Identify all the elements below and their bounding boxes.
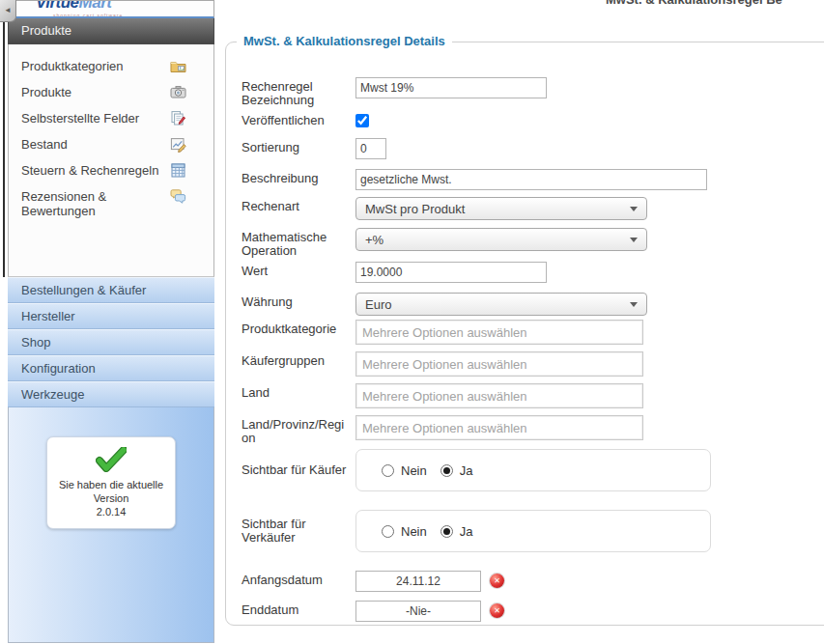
field-row-ordering: Sortierung [242, 138, 824, 159]
rule-name-input[interactable] [355, 77, 547, 98]
sidebar-item-rezensionen-bewertungen[interactable]: Rezensionen & Bewertungen [9, 183, 213, 224]
reviews-icon [170, 188, 186, 205]
stock-chart-icon [170, 136, 186, 153]
version-text-line1: Sie haben die aktuelle [53, 478, 169, 491]
sidebar-item-label: Bestand [21, 137, 68, 152]
field-label-country: Land [242, 383, 350, 400]
sidebar-item-bestand[interactable]: Bestand [9, 131, 213, 157]
field-row-description: Beschreibung [242, 169, 824, 190]
sidebar-section-bestellungen-kaeufer[interactable]: Bestellungen & Käufer [8, 277, 214, 303]
virtuemart-logo: VirtueMart shopping cart software [8, 0, 214, 18]
state-multiselect[interactable] [355, 415, 643, 440]
sidebar-item-steuern-rechenregeln[interactable]: Steuern & Rechenregeln [9, 157, 213, 183]
sidebar-menu: Produktkategorien Produkte Selbsterstell… [8, 44, 214, 277]
sidebar-section-werkzeuge[interactable]: Werkzeuge [8, 381, 214, 407]
field-label-description: Beschreibung [242, 169, 350, 185]
sidebar: VirtueMart shopping cart software Produk… [8, 0, 214, 644]
camera-icon [170, 84, 186, 100]
field-row-end-date: Enddatum [242, 601, 824, 622]
tax-table-icon [170, 162, 186, 179]
visible-shopper-radiogroup: Nein Ja [355, 449, 711, 491]
field-label-name: Rechenregel Bezeichnung [242, 77, 350, 107]
value-input[interactable] [355, 262, 547, 283]
sidebar-item-label: Produkte [21, 85, 71, 99]
field-row-visible-vendor: Sichtbar für Verkäufer Nein Ja [242, 510, 824, 552]
shopper-groups-multiselect[interactable] [355, 351, 643, 377]
math-op-selected-value: +% [365, 233, 384, 247]
category-multiselect[interactable] [355, 320, 643, 345]
currency-select[interactable]: Euro [355, 293, 647, 316]
field-label-end-date: Enddatum [242, 601, 350, 617]
field-row-value: Wert [242, 262, 824, 283]
version-number: 2.0.14 [53, 505, 169, 518]
field-label-state: Land/Provinz/Region [242, 415, 350, 445]
sidebar-section-konfiguration[interactable]: Konfiguration [8, 355, 214, 381]
start-date-input[interactable] [355, 571, 481, 592]
visible-shopper-radio-label-ja: Ja [460, 463, 473, 478]
currency-selected-value: Euro [365, 297, 391, 312]
field-label-visible-shopper: Sichtbar für Käufer [242, 463, 350, 477]
page-title-text: MwSt. & Kalkulationsregel Be [606, 0, 824, 7]
fieldset-legend: MwSt. & Kalkulationsregel Details [237, 34, 452, 48]
logo-mart: Mart [79, 0, 112, 12]
visible-vendor-radio-label-ja: Ja [460, 524, 473, 539]
sidebar-item-label: Selbsterstellte Felder [21, 111, 139, 126]
field-label-shopper-groups: Käufergruppen [242, 351, 350, 368]
calc-kind-selected-value: MwSt pro Produkt [365, 202, 465, 216]
field-row-shopper-groups: Käufergruppen [242, 351, 824, 377]
calc-kind-select[interactable]: MwSt pro Produkt [355, 197, 647, 220]
field-row-country: Land [242, 383, 824, 408]
details-fieldset: MwSt. & Kalkulationsregel Details Rechen… [225, 42, 824, 626]
virtuemart-logo-text: VirtueMart [36, 0, 111, 12]
sidebar-section-header-produkte[interactable]: Produkte [8, 18, 214, 44]
clear-end-date-icon[interactable] [490, 603, 504, 618]
field-row-math-op: Mathematische Operation +% [242, 228, 824, 258]
sidebar-item-produkte[interactable]: Produkte [9, 79, 213, 105]
logo-virtue: Virtue [36, 0, 79, 12]
field-label-publish: Veröffentlichen [242, 111, 350, 127]
chevron-down-icon [630, 207, 638, 211]
field-row-visible-shopper: Sichtbar für Käufer Nein Ja [242, 449, 824, 491]
chevron-down-icon [630, 238, 638, 242]
math-op-select[interactable]: +% [355, 228, 647, 251]
visible-vendor-radio-nein[interactable] [382, 525, 394, 538]
sidebar-item-label: Produktkategorien [21, 59, 124, 73]
field-label-currency: Währung [242, 293, 350, 309]
version-text-line2: Version [53, 491, 169, 505]
sidebar-section-shop[interactable]: Shop [8, 329, 214, 355]
visible-shopper-radio-ja[interactable] [440, 464, 453, 477]
logo-tagline: shopping cart software [53, 13, 123, 18]
chevron-down-icon [630, 302, 638, 307]
visible-shopper-radio-nein[interactable] [382, 464, 394, 477]
clear-start-date-icon[interactable] [490, 574, 504, 588]
version-status-box: Sie haben die aktuelle Version 2.0.14 [46, 436, 176, 529]
end-date-input[interactable] [355, 601, 481, 622]
field-label-value: Wert [242, 262, 350, 278]
custom-fields-icon [170, 110, 186, 126]
field-row-currency: Währung Euro [242, 293, 824, 316]
sidebar-footer-panel: Sie haben die aktuelle Version 2.0.14 [8, 407, 214, 643]
sidebar-item-selbsterstellte-felder[interactable]: Selbsterstellte Felder [9, 105, 213, 131]
sidebar-accordion: Bestellungen & Käufer Hersteller Shop Ko… [8, 277, 214, 407]
country-multiselect[interactable] [355, 383, 643, 408]
folder-image-icon [170, 58, 186, 74]
field-label-calc-kind: Rechenart [242, 197, 350, 213]
sidebar-section-hersteller[interactable]: Hersteller [8, 303, 214, 329]
visible-vendor-radiogroup: Nein Ja [355, 510, 711, 552]
field-row-state: Land/Provinz/Region [242, 415, 824, 445]
field-label-start-date: Anfangsdatum [242, 571, 350, 587]
green-check-icon [96, 447, 127, 472]
sidebar-left-edge [3, 0, 5, 277]
description-input[interactable] [355, 169, 707, 190]
visible-vendor-radio-ja[interactable] [440, 525, 453, 538]
sidebar-item-label: Rezensionen & Bewertungen [21, 189, 106, 218]
publish-checkbox[interactable] [355, 114, 369, 127]
field-row-category: Produktkategorie [242, 320, 824, 345]
ordering-input[interactable] [355, 138, 386, 159]
field-row-name: Rechenregel Bezeichnung [242, 77, 824, 107]
sidebar-collapse-handle[interactable]: ◄ [0, 0, 16, 22]
radio-selected-dot [443, 528, 450, 535]
visible-shopper-radio-label-nein: Nein [401, 463, 427, 478]
sidebar-item-produktkategorien[interactable]: Produktkategorien [9, 53, 213, 79]
sidebar-item-label: Steuern & Rechenregeln [21, 163, 158, 178]
